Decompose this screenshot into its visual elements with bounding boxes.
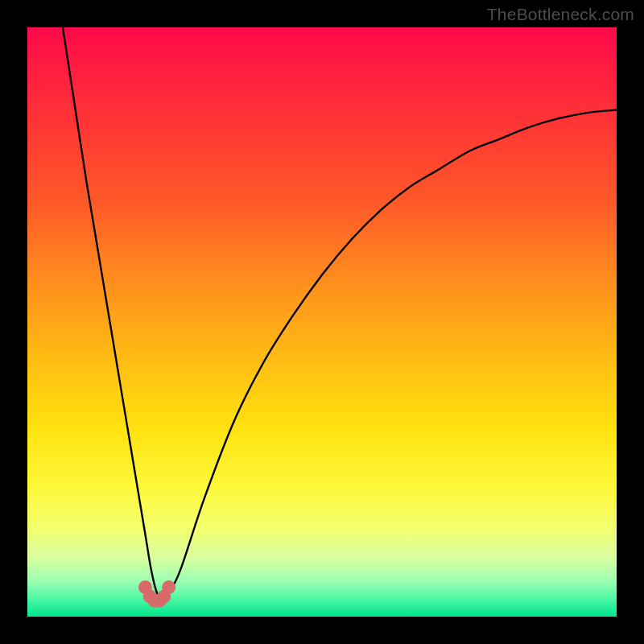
- chart-frame: TheBottleneck.com: [0, 0, 644, 644]
- plot-area: [27, 27, 617, 617]
- chart-svg: [27, 27, 617, 617]
- bottleneck-curve: [63, 27, 617, 599]
- watermark-text: TheBottleneck.com: [487, 5, 634, 24]
- highlight-marker: [162, 580, 175, 594]
